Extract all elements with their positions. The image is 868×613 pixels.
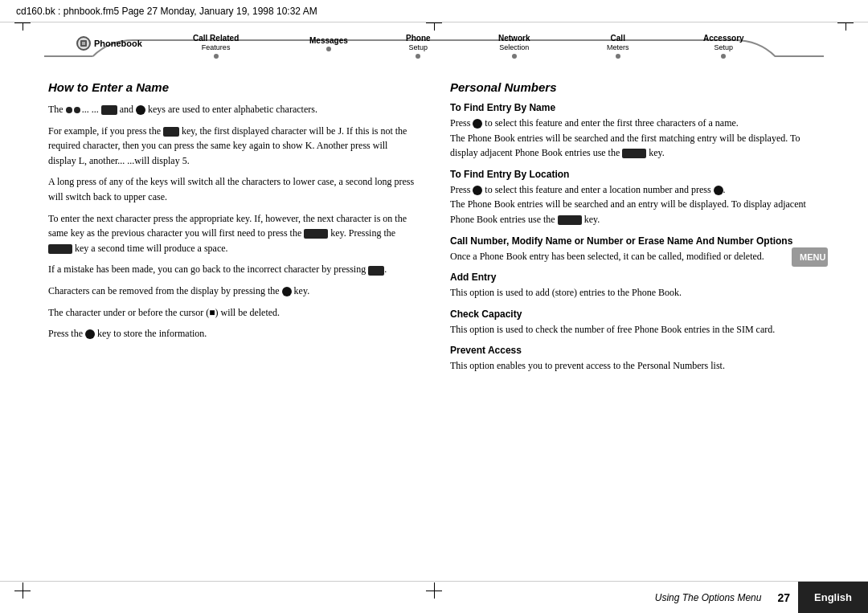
subsection-call-number-heading: Call Number, Modify Name or Number or Er… (450, 235, 820, 247)
subsection-prevent-access-heading: Prevent Access (450, 345, 820, 356)
tab-accessory-dot (721, 54, 726, 59)
tab-accessory-sublabel: Setup (703, 43, 744, 52)
main-content: How to Enter a Name The ... ... and keys… (48, 80, 820, 573)
left-para-7: The character under or before the cursor… (48, 305, 418, 321)
left-para-3: A long press of any of the keys will swi… (48, 174, 418, 204)
tab-call-related-sublabel: Features (193, 43, 239, 52)
tab-call-related-dot (214, 54, 219, 59)
tab-messages[interactable]: Messages (309, 36, 348, 51)
nav-container: Phonebook Call Related Features Messages… (44, 32, 824, 76)
tab-call-meters[interactable]: Call Meters (607, 34, 629, 59)
tab-network-selection[interactable]: Network Selection (498, 34, 530, 59)
tab-accessory-setup[interactable]: Accessory Setup (703, 34, 744, 59)
tab-messages-label: Messages (309, 36, 348, 45)
tab-phone-setup-dot (416, 54, 420, 59)
tab-call-related-label: Call Related (193, 34, 239, 43)
header-bar: cd160.bk : phnbook.fm5 Page 27 Monday, J… (0, 0, 868, 22)
footer-using-text: Using The Options Menu (48, 592, 769, 603)
tab-network-sublabel: Selection (498, 43, 530, 52)
right-column: Personal Numbers To Find Entry By Name P… (450, 80, 820, 573)
key-round-1 (136, 105, 145, 115)
footer-page-number: 27 (769, 591, 798, 604)
key-round-2 (282, 287, 292, 296)
subsection-check-capacity-text: This option is used to check the number … (450, 322, 820, 337)
subsection-add-entry-text: This option is used to add (store) entri… (450, 285, 820, 300)
subsection-find-by-location-heading: To Find Entry By Location (450, 169, 820, 180)
key-box-3 (304, 229, 328, 239)
tab-phone-setup-sublabel: Setup (406, 43, 431, 52)
left-para-5: If a mistake has been made, you can go b… (48, 262, 418, 277)
left-column: How to Enter a Name The ... ... and keys… (48, 80, 418, 573)
tab-call-meters-sublabel: Meters (607, 43, 629, 52)
svg-rect-2 (80, 40, 87, 47)
subsection-find-by-name-heading: To Find Entry By Name (450, 102, 820, 113)
tab-call-meters-label: Call (607, 34, 629, 43)
subsection-prevent-access-text: This option enables you to prevent acces… (450, 358, 820, 374)
key-r-2 (622, 149, 646, 158)
subsection-find-by-location-text: Press to select this feature and enter a… (450, 182, 820, 227)
subsection-find-by-name-text: Press to select this feature and enter t… (450, 116, 820, 161)
footer-english-label: English (798, 582, 868, 614)
key-box-5 (368, 266, 384, 276)
right-section-title: Personal Numbers (450, 80, 820, 94)
key-box-4 (48, 244, 72, 254)
subsection-call-number-text: Once a Phone Book entry has been selecte… (450, 249, 820, 264)
left-para-1: The ... ... and keys are used to enter a… (48, 102, 418, 117)
key-dot-2 (74, 107, 80, 113)
key-r-4 (714, 186, 723, 195)
subsection-check-capacity-heading: Check Capacity (450, 309, 820, 320)
key-r-1 (473, 119, 482, 129)
menu-button[interactable]: MENU (792, 247, 828, 267)
tab-phone-setup-label: Phone (406, 34, 431, 43)
tab-network-dot (512, 54, 517, 59)
tab-call-related[interactable]: Call Related Features (193, 34, 239, 59)
tab-network-label: Network (498, 34, 530, 43)
header-title: cd160.bk : phnbook.fm5 Page 27 Monday, J… (16, 6, 317, 17)
key-r-3 (473, 186, 482, 195)
tab-phonebook[interactable]: Phonebook (76, 36, 142, 51)
left-section-title: How to Enter a Name (48, 80, 418, 94)
left-para-4: To enter the next character press the ap… (48, 211, 418, 256)
key-r-5 (558, 215, 582, 225)
tab-phone-setup[interactable]: Phone Setup (406, 34, 431, 59)
left-para-8: Press the key to store the information. (48, 326, 418, 341)
key-box-2 (163, 127, 179, 137)
key-round-3 (85, 329, 95, 339)
subsection-add-entry-heading: Add Entry (450, 272, 820, 283)
left-para-2: For example, if you press the key, the f… (48, 124, 418, 169)
footer: Using The Options Menu 27 English (0, 581, 868, 613)
tab-accessory-label: Accessory (703, 34, 744, 43)
tab-messages-dot (326, 47, 331, 51)
phonebook-icon (76, 36, 91, 51)
tab-call-meters-dot (616, 54, 620, 59)
left-para-6: Characters can be removed from the displ… (48, 284, 418, 299)
key-dot-1 (66, 107, 72, 113)
tab-phonebook-label: Phonebook (94, 39, 142, 48)
key-box-1 (101, 105, 117, 115)
